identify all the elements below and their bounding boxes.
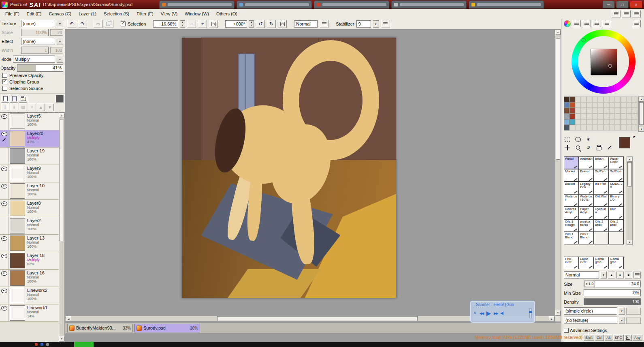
color-swatch[interactable]: [621, 119, 626, 125]
color-mixer-icon[interactable]: [592, 20, 601, 27]
brush-texture-select[interactable]: (no texture): [564, 317, 617, 324]
titlebar[interactable]: PaintTool SAI D:\Картинки\PSDs\хуита\Зак…: [0, 0, 644, 9]
color-swatch[interactable]: [581, 102, 586, 108]
brush-scrollbar[interactable]: ▲ ▼: [627, 156, 633, 245]
swatch-scrollbar[interactable]: ▲ ▼: [638, 96, 644, 132]
brush-texture-dropdown-icon[interactable]: ▼: [618, 317, 625, 324]
color-swatch[interactable]: [586, 108, 592, 114]
brush-cell[interactable]: [609, 232, 624, 244]
layer-thumbnail[interactable]: [10, 114, 25, 129]
scroll-down-icon[interactable]: ▼: [555, 311, 561, 315]
layer-thumbnail[interactable]: [10, 270, 25, 286]
brush-cell[interactable]: [594, 232, 609, 244]
layer-mode-select[interactable]: Multiply: [13, 56, 55, 63]
option-checkbox[interactable]: [2, 79, 7, 84]
layer-visibility-toggle[interactable]: [1, 306, 7, 311]
layer-visibility-toggle[interactable]: [1, 184, 7, 188]
advanced-settings-checkbox[interactable]: [564, 328, 569, 333]
zoom-in-button[interactable]: +: [198, 20, 207, 28]
brush-cell[interactable]: Goma graf: [609, 257, 624, 269]
size-multiplier[interactable]: x 1.0: [584, 281, 595, 287]
stabilizer-extra-button[interactable]: [381, 20, 390, 28]
play-icon[interactable]: ▶: [486, 310, 491, 317]
color-swatch[interactable]: [632, 119, 638, 125]
option-check-row[interactable]: Preserve Opacity: [0, 72, 65, 79]
brush-cell[interactable]: Old Wat: [594, 194, 609, 207]
menu-item[interactable]: Layer (L): [75, 10, 100, 17]
color-swatch[interactable]: [609, 114, 615, 119]
panel-layout-icon[interactable]: [612, 10, 621, 17]
brush-cell[interactable]: Brush: [594, 156, 609, 169]
zoom-reset-button[interactable]: [209, 20, 218, 28]
move-tool-icon[interactable]: [564, 144, 571, 151]
brush-blend-mode-select[interactable]: Normal: [564, 271, 599, 278]
tip-square-icon[interactable]: ■: [625, 272, 632, 278]
color-swatch[interactable]: [598, 108, 603, 114]
effect-select[interactable]: (none): [21, 38, 55, 45]
scrollbar-thumb[interactable]: [627, 162, 632, 186]
option-check-row[interactable]: Clipping Group: [0, 79, 65, 85]
rotate-view-icon[interactable]: ↺: [585, 144, 592, 151]
previous-track-icon[interactable]: ◀◀: [480, 311, 484, 315]
layer-visibility-toggle[interactable]: [1, 167, 7, 171]
menu-item[interactable]: File (F): [2, 10, 23, 17]
raise-layer-icon[interactable]: ▲: [37, 103, 45, 111]
brush-cell[interactable]: Oils 2 Brist: [609, 219, 624, 232]
color-swatch[interactable]: [592, 108, 598, 114]
canvas-vertical-scrollbar[interactable]: ▲ ▼: [555, 30, 561, 316]
document-tab[interactable]: ButterflyMaiden90... 33%: [67, 324, 133, 332]
rect-select-icon[interactable]: [564, 136, 571, 143]
menu-item[interactable]: Canvas (C): [45, 10, 75, 17]
scratchpad-icon[interactable]: [632, 20, 641, 27]
color-swatch[interactable]: [564, 114, 569, 119]
swap-color-icon[interactable]: ◤: [633, 135, 638, 140]
stabilizer-select[interactable]: 9: [356, 20, 371, 28]
color-swatch[interactable]: [621, 96, 626, 102]
color-swatch[interactable]: [632, 108, 638, 114]
layer-thumbnail[interactable]: [10, 148, 25, 164]
brush-cell[interactable]: AirBrush: [579, 156, 594, 169]
scroll-down-icon[interactable]: ▼: [59, 336, 64, 341]
hand-tool-icon[interactable]: [595, 144, 602, 151]
background-tab[interactable]: [237, 0, 312, 9]
color-swatch[interactable]: [564, 125, 569, 131]
close-button[interactable]: ×: [630, 1, 642, 9]
color-swatch[interactable]: [626, 114, 632, 119]
canvas-artwork[interactable]: [182, 38, 396, 298]
color-swatch[interactable]: [621, 125, 626, 131]
layer-row[interactable]: Layer2 Normal 100%: [0, 217, 59, 235]
option-checkbox[interactable]: [2, 86, 7, 91]
zoom-tool-icon[interactable]: [574, 144, 581, 151]
background-tab[interactable]: [469, 0, 544, 9]
scroll-up-icon[interactable]: ▲: [555, 30, 561, 35]
color-wheel[interactable]: [569, 29, 638, 95]
rgb-slider-icon[interactable]: [572, 20, 581, 27]
layer-row[interactable]: Layer9 Normal 100%: [0, 165, 59, 182]
size-slider[interactable]: x 1.0 24.0: [584, 281, 641, 287]
layer-mask-icon[interactable]: [55, 95, 64, 103]
color-swatch[interactable]: [581, 96, 586, 102]
lower-layer-icon[interactable]: ▼: [46, 103, 54, 111]
layer-visibility-toggle[interactable]: [1, 236, 7, 241]
menu-item[interactable]: Selection (S): [100, 10, 133, 17]
layer-thumbnail[interactable]: [10, 131, 25, 146]
document-tab[interactable]: Surody.psd 16%: [134, 324, 200, 332]
color-swatch[interactable]: [621, 102, 626, 108]
brush-cell[interactable]: Eraser: [579, 169, 594, 182]
rotate-ccw-icon[interactable]: ↺: [256, 20, 265, 28]
layer-thumbnail[interactable]: [10, 305, 25, 321]
option-check-row[interactable]: Selection Source: [0, 85, 65, 92]
selection-checkbox[interactable]: [121, 21, 126, 26]
color-swatch[interactable]: [569, 119, 575, 125]
minimize-button[interactable]: ─: [602, 1, 615, 9]
layer-opacity-slider[interactable]: 41%: [17, 64, 63, 72]
texture-dropdown-icon[interactable]: ▼: [57, 20, 63, 27]
brush-shape-dropdown-icon[interactable]: ▼: [618, 307, 625, 315]
stabilizer-dropdown-icon[interactable]: ▼: [373, 20, 379, 28]
brush-cell[interactable]: Binary 1/0: [609, 194, 624, 207]
new-linework-layer-icon[interactable]: [10, 95, 18, 103]
current-color-chip[interactable]: [619, 137, 630, 148]
color-swatch[interactable]: [581, 125, 586, 131]
layer-thumbnail[interactable]: [10, 253, 25, 268]
color-swatch[interactable]: [586, 114, 592, 119]
